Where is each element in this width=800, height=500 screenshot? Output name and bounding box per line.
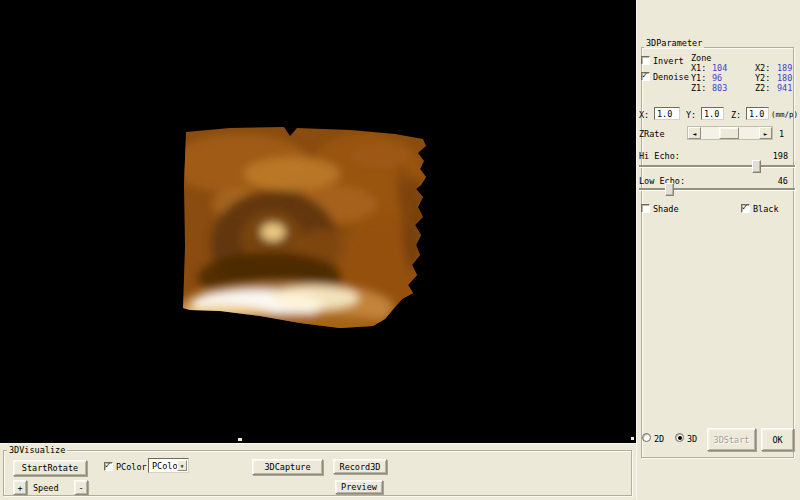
check-icon: ✓ xyxy=(742,203,747,212)
render-viewport[interactable] xyxy=(0,0,636,443)
denoise-checkbox[interactable]: ✓ xyxy=(641,72,650,81)
zone-z2-value: 941 xyxy=(777,83,792,93)
voxel-unit-label: (mm/p) xyxy=(771,110,798,120)
speed-plus-button[interactable]: + xyxy=(13,480,27,495)
speed-label: Speed xyxy=(33,483,59,493)
mode-2d-radio[interactable] xyxy=(642,433,651,442)
low-echo-value: 46 xyxy=(764,176,788,186)
edge-artifact xyxy=(238,438,242,441)
shade-label: Shade xyxy=(653,204,679,214)
preview-button[interactable]: Preview xyxy=(335,480,383,494)
hi-echo-label: Hi Echo: xyxy=(639,151,680,161)
zone-y2-label: Y2: xyxy=(755,73,770,83)
zone-x2-value: 189 xyxy=(777,63,792,73)
voxel-z-input[interactable] xyxy=(746,107,769,120)
speed-minus-button[interactable]: - xyxy=(74,480,88,495)
mode-2d-label: 2D xyxy=(654,434,664,444)
record3d-button[interactable]: Record3D xyxy=(333,459,387,474)
zone-title: Zone xyxy=(691,53,711,63)
invert-checkbox[interactable] xyxy=(641,56,650,65)
hi-echo-slider-thumb[interactable] xyxy=(752,160,761,173)
invert-label: Invert xyxy=(653,56,684,66)
start-rotate-button[interactable]: StartRotate xyxy=(13,460,87,476)
black-checkbox[interactable]: ✓ xyxy=(741,204,750,213)
ultrasound-render xyxy=(180,126,430,332)
mode-3d-radio[interactable] xyxy=(675,433,684,442)
pcolor-dropdown[interactable]: PColor ▼ xyxy=(148,458,189,473)
zone-z1-label: Z1: xyxy=(691,83,706,93)
visualize-group-title: 3DVisualize xyxy=(7,445,67,455)
zrate-label: ZRate xyxy=(639,129,665,139)
scroll-left-icon[interactable]: ◄ xyxy=(688,127,701,139)
black-label: Black xyxy=(753,204,779,214)
parameter-panel: 3DParameter Invert ✓ Denoise Zone X1: 10… xyxy=(636,0,800,500)
voxel-z-label: Z: xyxy=(731,110,741,120)
pcolor-label: PColor xyxy=(116,462,147,472)
low-echo-label: Low Echo: xyxy=(639,176,685,186)
low-echo-slider-track[interactable] xyxy=(639,188,796,191)
check-icon: ✓ xyxy=(642,71,647,80)
zone-z1-value: 803 xyxy=(712,83,727,93)
parameter-group-title: 3DParameter xyxy=(644,38,704,48)
zone-z2-label: Z2: xyxy=(755,83,770,93)
voxel-y-input[interactable] xyxy=(701,107,724,120)
voxel-y-label: Y: xyxy=(686,110,696,120)
denoise-label: Denoise xyxy=(653,72,689,82)
ok-button[interactable]: OK xyxy=(761,428,794,451)
edge-artifact xyxy=(631,437,634,440)
hi-echo-value: 198 xyxy=(764,151,788,161)
pcolor-checkbox[interactable]: ✓ xyxy=(104,462,113,471)
3dstart-button[interactable]: 3DStart xyxy=(707,428,756,451)
3dcapture-button[interactable]: 3DCapture xyxy=(252,459,323,475)
mode-3d-label: 3D xyxy=(687,434,697,444)
hi-echo-slider-track[interactable] xyxy=(639,165,796,168)
zrate-scrollbar-thumb[interactable] xyxy=(719,127,739,139)
app-window: { "app": { "viewport_bg": "#000000", "pa… xyxy=(0,0,800,500)
radio-dot-icon xyxy=(678,436,682,440)
low-echo-slider-thumb[interactable] xyxy=(665,183,674,196)
zone-y1-label: Y1: xyxy=(691,73,706,83)
zone-y2-value: 180 xyxy=(777,73,792,83)
scroll-right-icon[interactable]: ► xyxy=(759,127,772,139)
shade-checkbox[interactable] xyxy=(641,204,650,213)
ultrasound-image xyxy=(180,126,430,332)
voxel-x-input[interactable] xyxy=(654,107,680,120)
zone-y1-value: 96 xyxy=(712,73,722,83)
check-icon: ✓ xyxy=(105,461,110,470)
zone-x1-label: X1: xyxy=(691,63,706,73)
voxel-x-label: X: xyxy=(639,110,649,120)
visualize-panel: 3DVisualize StartRotate + Speed - ✓ PCol… xyxy=(0,443,636,500)
zone-x2-label: X2: xyxy=(755,63,770,73)
zone-x1-value: 104 xyxy=(712,63,727,73)
zrate-value: 1 xyxy=(779,129,784,139)
dropdown-arrow-icon[interactable]: ▼ xyxy=(177,460,187,471)
zrate-scrollbar[interactable]: ◄ ► xyxy=(687,126,773,140)
